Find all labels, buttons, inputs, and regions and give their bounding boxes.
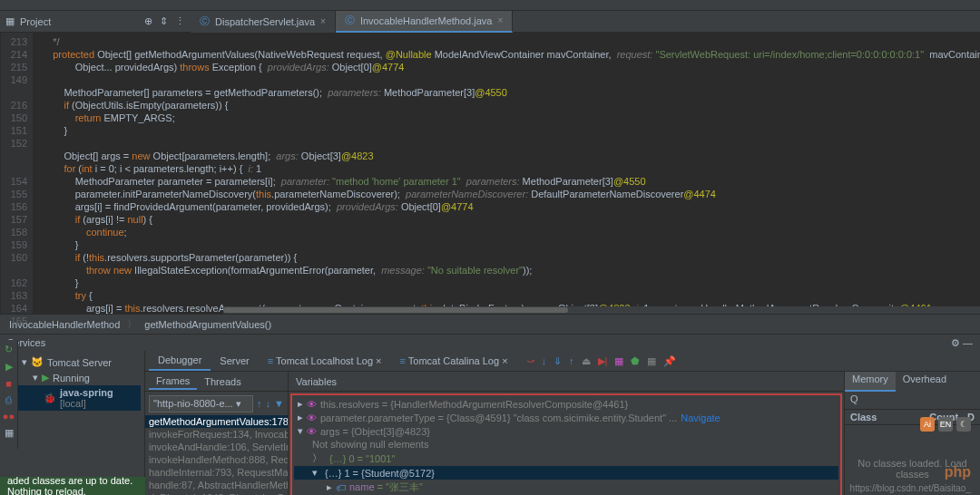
navigate-link[interactable]: Navigate: [681, 412, 720, 423]
frame-item[interactable]: invokeForRequest:134, InvocableHandle: [145, 428, 288, 441]
step-over-icon[interactable]: ⤻: [526, 355, 534, 367]
tomcat-icon: 🐱: [31, 356, 44, 368]
run-to-cursor-icon[interactable]: ▶|: [598, 355, 608, 367]
var-row[interactable]: ▸👁 parameter.parameterType = {Class@4591…: [294, 411, 838, 424]
services-header[interactable]: Services ⚙ —: [0, 335, 980, 351]
chevron-down-icon: ▾: [33, 372, 38, 383]
target-icon[interactable]: ⊕: [144, 15, 152, 27]
tab-memory[interactable]: Memory: [845, 372, 896, 392]
tab-threads[interactable]: Threads: [197, 374, 248, 389]
en-badge[interactable]: EN: [938, 417, 953, 432]
debug-tabs: Debugger Server ≡ Tomcat Localhost Log ×…: [145, 351, 980, 372]
chevron-right-icon: ▸: [298, 412, 303, 423]
moon-badge[interactable]: ☾: [956, 417, 971, 432]
project-tool-header[interactable]: ▦ Project ⊕ ⇕ ⋮: [0, 15, 191, 27]
drop-frame-icon[interactable]: ⏏: [582, 355, 591, 367]
main-area: ▸▮1.8 > C:\Program Files\Java\jdk1.8.0_1…: [0, 33, 980, 314]
var-row[interactable]: ▸👁 this.resolvers = {HandlerMethodArgume…: [294, 397, 838, 411]
step-into-icon[interactable]: ↓: [542, 355, 547, 366]
view-breakpoints-icon[interactable]: ●●: [3, 411, 15, 422]
breadcrumb[interactable]: InvocableHandlerMethod 〉 getMethodArgume…: [0, 314, 980, 334]
var-row[interactable]: ▸🏷 name name = "张三丰"= "张三丰": [294, 480, 838, 495]
rerun-icon[interactable]: ↻: [5, 344, 13, 355]
code-body[interactable]: */ protected Object[] getMethodArgumentV…: [33, 33, 980, 314]
tab-server[interactable]: Server: [211, 352, 258, 370]
editor-tab-invocable[interactable]: Ⓒ InvocableHandlerMethod.java ×: [336, 11, 513, 33]
thread-selector[interactable]: "http-nio-8080-e... ▾: [149, 395, 253, 412]
layout-icon[interactable]: ▦: [5, 427, 14, 439]
chevron-down-icon: ▾: [236, 398, 241, 409]
tab-label: DispatcherServlet.java: [215, 16, 315, 27]
stop-icon[interactable]: ■: [5, 378, 12, 389]
frame-item[interactable]: handleInternal:793, RequestMappingHa: [145, 466, 288, 479]
frames-section: Frames Threads "http-nio-8080-e... ▾ ↑ ↓…: [145, 372, 289, 495]
settings-icon[interactable]: ▦: [647, 355, 656, 367]
frame-item[interactable]: invokeAndHandle:106, ServletInvocabl: [145, 441, 288, 453]
services-panel: Services ⚙ — ▾ 🐱 Tomcat Server ▾ ▶ Runni…: [0, 334, 980, 495]
tab-debugger[interactable]: Debugger: [149, 351, 211, 371]
gutter[interactable]: 2132142151492161501511521541551561571581…: [1, 33, 33, 314]
memory-search[interactable]: Q: [845, 392, 980, 410]
project-icon: ▦: [5, 15, 15, 27]
tree-running[interactable]: ▾ ▶ Running: [18, 370, 141, 385]
scrollbar-thumb[interactable]: [223, 307, 568, 313]
pin-icon[interactable]: 📌: [663, 355, 676, 367]
tree-tomcat-server[interactable]: ▾ 🐱 Tomcat Server: [18, 354, 141, 370]
horizontal-scrollbar[interactable]: [223, 306, 980, 314]
log-icon: ≡: [268, 355, 273, 366]
var-row[interactable]: 〉 {…} 0 = "1001": [294, 451, 838, 466]
var-hint: Not showing null elements: [294, 438, 838, 451]
prev-frame-icon[interactable]: ↑: [257, 398, 262, 409]
chevron-right-icon: 〉: [312, 451, 322, 465]
java-class-icon: Ⓒ: [200, 15, 210, 28]
bug-icon: 🐞: [44, 393, 56, 404]
chevron-right-icon: ▸: [327, 481, 332, 493]
next-frame-icon[interactable]: ↓: [266, 398, 271, 409]
services-tree[interactable]: ▾ 🐱 Tomcat Server ▾ ▶ Running 🐞 java-spr…: [0, 351, 145, 495]
trace-icon[interactable]: ⬟: [631, 355, 640, 367]
ai-badge[interactable]: Ai: [920, 417, 935, 432]
chevron-down-icon: ▾: [22, 356, 27, 368]
step-out-icon[interactable]: ↑: [569, 355, 574, 366]
settings-icon[interactable]: ⋮: [175, 15, 185, 27]
frames-threads-tabs: Frames Threads: [145, 372, 288, 392]
var-row-student[interactable]: ▾ {…} 1 = {Student@5172}: [294, 466, 838, 480]
play-icon: ▶: [42, 372, 49, 383]
breadcrumb-item[interactable]: getMethodArgumentValues(): [144, 319, 271, 330]
search-icon: Q: [850, 393, 858, 404]
tab-overhead[interactable]: Overhead: [896, 372, 954, 392]
tab-label: InvocableHandlerMethod.java: [360, 15, 493, 26]
watch-icon: 👁: [307, 426, 317, 437]
close-icon[interactable]: ×: [502, 355, 507, 366]
debug-panel: Debugger Server ≡ Tomcat Localhost Log ×…: [145, 351, 980, 495]
force-step-into-icon[interactable]: ⇓: [554, 355, 562, 367]
close-icon[interactable]: ×: [376, 355, 381, 366]
tree-java-spring[interactable]: 🐞 java-spring [local]: [18, 385, 141, 411]
attach-icon[interactable]: ⎙: [5, 394, 12, 405]
code-editor[interactable]: 2132142151492161501511521541551561571581…: [1, 33, 980, 314]
expand-icon[interactable]: ⇕: [160, 15, 168, 27]
variables-tree[interactable]: ▸👁 this.resolvers = {HandlerMethodArgume…: [290, 393, 842, 495]
resume-icon[interactable]: ▶: [5, 361, 13, 373]
filter-icon[interactable]: ▼: [274, 398, 284, 409]
frame-list[interactable]: getMethodArgumentValues:178, Invoca invo…: [145, 415, 288, 495]
frames-toolbar: "http-nio-8080-e... ▾ ↑ ↓ ▼: [145, 392, 288, 415]
attribution: https://blog.csdn.net/Baisitao_: [850, 483, 971, 493]
frame-item[interactable]: doDispatch:1040, DispatcherServlet (or: [145, 491, 288, 495]
var-row[interactable]: ▾👁 args = {Object[3]@4823}: [294, 424, 838, 438]
evaluate-icon[interactable]: ▦: [614, 355, 623, 367]
frame-item[interactable]: invokeHandlerMethod:888, RequestMa: [145, 453, 288, 466]
tab-tomcat-catalina[interactable]: ≡ Tomcat Catalina Log ×: [391, 352, 517, 370]
chevron-right-icon: 〉: [127, 317, 137, 331]
frame-item[interactable]: getMethodArgumentValues:178, Invoca: [145, 415, 288, 428]
close-icon[interactable]: ×: [320, 16, 326, 26]
variables-section: Variables ▸👁 this.resolvers = {HandlerMe…: [289, 372, 844, 495]
close-icon[interactable]: ×: [497, 15, 503, 25]
frame-item[interactable]: handle:87, AbstractHandlerMethodAda: [145, 479, 288, 491]
watch-icon: 👁: [307, 399, 317, 410]
log-icon: ≡: [400, 355, 406, 366]
tab-frames[interactable]: Frames: [149, 374, 197, 390]
editor-tab-dispatcher[interactable]: Ⓒ DispatcherServlet.java ×: [191, 11, 336, 33]
tab-tomcat-localhost[interactable]: ≡ Tomcat Localhost Log ×: [259, 352, 391, 370]
settings-icon[interactable]: ⚙ —: [951, 337, 973, 349]
